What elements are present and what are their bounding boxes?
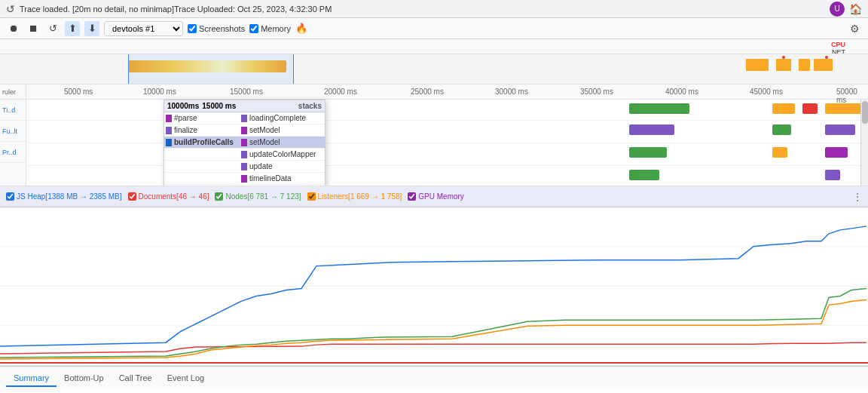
- tab-calltree[interactable]: Call Tree: [112, 370, 160, 387]
- tab-eventlog[interactable]: Event Log: [160, 370, 212, 387]
- setmodel1-color: [241, 127, 247, 134]
- scrollbar-thumb[interactable]: [862, 101, 868, 124]
- updatecolor-empty: [166, 151, 172, 158]
- flame-entry-finalize: finalize setModel: [164, 124, 325, 137]
- bottom-content: buildProfileCalls: [0, 387, 868, 393]
- tick-15000: 15000 ms: [230, 88, 263, 96]
- buildprofile-color: [166, 139, 172, 146]
- flame-row-4: [26, 166, 868, 186]
- toolbar: ⏺ ⏹ ↺ ⬆ ⬇ devtools #1 Screenshots Memory…: [0, 18, 868, 39]
- timeline1-color: [241, 175, 247, 183]
- download-button[interactable]: ⬇: [84, 21, 99, 36]
- setmodel1-label: setModel: [249, 126, 280, 134]
- update-color: [241, 163, 247, 170]
- parse-label: #parse: [174, 114, 238, 122]
- home-icon[interactable]: 🏠: [849, 3, 862, 15]
- tab-summary[interactable]: Summary: [6, 370, 57, 387]
- loadingcomplete-label: loadingComplete: [249, 114, 306, 122]
- update-label: update: [249, 162, 273, 170]
- flame-entry-buildprofile[interactable]: buildProfileCalls setModel: [164, 137, 325, 149]
- setmodel2-label: setModel: [249, 138, 280, 146]
- flame-popup: 10000ms 15000 ms stacks #parse loadingCo…: [164, 100, 326, 186]
- bottom-tabs: Summary Bottom-Up Call Tree Event Log: [0, 366, 868, 387]
- mem-item-jsheap: JS Heap[1388 MB → 2385 MB]: [6, 192, 122, 201]
- overview-bar-2: [776, 59, 791, 71]
- nodes-label: Nodes[6 781 → 7 123]: [225, 192, 301, 201]
- documents-checkbox[interactable]: [128, 192, 136, 201]
- track-content: 5000 ms 10000 ms 15000 ms 20000 ms 25000…: [26, 84, 868, 186]
- record-button[interactable]: ⏺: [6, 21, 21, 36]
- screenshots-label: Screenshots: [199, 24, 245, 33]
- chart-area: [0, 207, 868, 366]
- documents-label: Documents[46 → 46]: [139, 192, 209, 201]
- nodes-checkbox[interactable]: [215, 192, 223, 201]
- loadingcomplete-color: [241, 115, 247, 122]
- jsheap-label: JS Heap[1388 MB → 2385 MB]: [17, 192, 122, 201]
- timeline1-label: timelineData: [249, 174, 292, 183]
- overview-red-dot-1: [782, 56, 785, 59]
- overview-red-dot-2: [825, 56, 828, 59]
- screenshots-checkbox-label[interactable]: Screenshots: [188, 24, 245, 33]
- mem-item-gpu: GPU Memory: [408, 192, 464, 201]
- trace-info: Trace loaded. [20m no detail, no minimap…: [20, 5, 825, 14]
- track-bar-13: [825, 170, 840, 180]
- track-bar-3: [802, 103, 818, 114]
- parse-color: [166, 115, 172, 122]
- track-bar-12: [629, 170, 659, 180]
- overview-bar[interactable]: [0, 54, 868, 84]
- flame-row-3: [26, 143, 868, 166]
- screenshots-checkbox[interactable]: [188, 24, 197, 33]
- tick-30000: 30000 ms: [495, 88, 528, 96]
- flame-popup-left: 10000ms: [167, 102, 199, 110]
- tab-selector[interactable]: devtools #1: [104, 21, 183, 36]
- memory-label: Memory: [261, 24, 291, 33]
- track-bar-5: [629, 124, 674, 135]
- track-bar-9: [629, 147, 667, 158]
- refresh-icon[interactable]: ↺: [6, 3, 15, 15]
- track-scrollbar[interactable]: [860, 100, 868, 186]
- tab-bottomup[interactable]: Bottom-Up: [57, 370, 112, 387]
- listeners-checkbox[interactable]: [307, 192, 316, 201]
- tick-45000: 45000 ms: [750, 88, 783, 96]
- updatecolor-text: updateColorMapper: [249, 150, 316, 158]
- flame-popup-header: 10000ms 15000 ms stacks: [164, 100, 325, 112]
- tick-40000: 40000 ms: [665, 88, 698, 96]
- tracks-area: ruler Ti..d Fu..lt Pr..d 5000 ms 10000 m…: [0, 84, 868, 186]
- track-bar-4: [825, 103, 863, 114]
- timeline1-empty: [166, 175, 172, 183]
- finalize-color: [166, 127, 172, 134]
- topbar-right-icons: U 🏠: [830, 2, 862, 17]
- gpu-checkbox[interactable]: [408, 192, 416, 201]
- user-avatar-icon: U: [830, 2, 845, 17]
- flame-entry-timeline2: timelineData: [164, 185, 325, 186]
- memory-more-icon[interactable]: ⋮: [853, 192, 862, 202]
- setmodel2-color: [241, 139, 247, 146]
- upload-button[interactable]: ⬆: [65, 21, 80, 36]
- mem-item-documents: Documents[46 → 46]: [128, 192, 209, 201]
- memory-checkbox-label[interactable]: Memory: [249, 24, 291, 33]
- tick-10000: 10000 ms: [143, 88, 176, 96]
- finalize-label: finalize: [174, 126, 238, 134]
- memory-chart: [0, 207, 868, 365]
- tick-35000: 35000 ms: [580, 88, 613, 96]
- track-bar-6: [772, 124, 791, 135]
- settings-gear-icon[interactable]: ⚙: [847, 21, 862, 36]
- track-ruler: 5000 ms 10000 ms 15000 ms 20000 ms 25000…: [26, 84, 868, 100]
- buildprofile-label: buildProfileCalls: [174, 138, 238, 146]
- flame-entry-updatecolor: updateColorMapper: [164, 149, 325, 161]
- track-bar-11: [825, 147, 848, 158]
- memory-checkbox[interactable]: [249, 24, 258, 33]
- reload-button[interactable]: ↺: [45, 21, 60, 36]
- track-label-prd: Pr..d: [0, 142, 26, 163]
- tick-25000: 25000 ms: [411, 88, 444, 96]
- topbar: ↺ Trace loaded. [20m no detail, no minim…: [0, 0, 868, 18]
- track-bar-10: [772, 147, 787, 158]
- track-bar-7: [825, 124, 855, 135]
- jsheap-checkbox[interactable]: [6, 192, 14, 201]
- overview-bar-3: [799, 59, 810, 71]
- mem-item-nodes: Nodes[6 781 → 7 123]: [215, 192, 301, 201]
- overview-bar-4: [814, 59, 833, 71]
- stop-button[interactable]: ⏹: [26, 21, 41, 36]
- flame-row-2: [26, 121, 868, 143]
- update-empty: [166, 163, 172, 170]
